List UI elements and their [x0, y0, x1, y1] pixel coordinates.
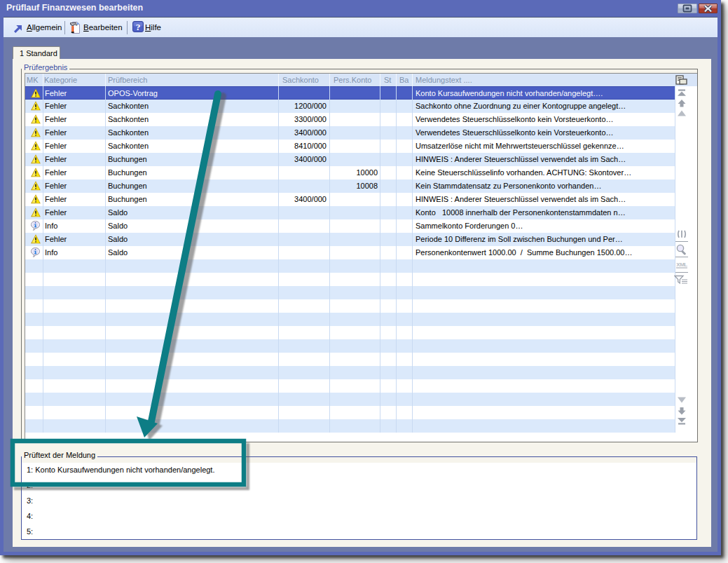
svg-text:?: ? [136, 22, 141, 32]
svg-text:XML: XML [676, 262, 687, 268]
